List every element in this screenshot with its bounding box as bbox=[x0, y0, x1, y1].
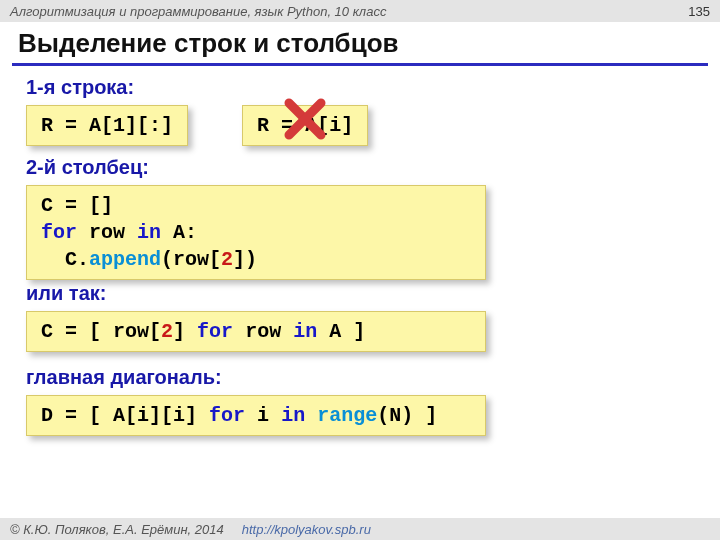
header-bar: Алгоритмизация и программирование, язык … bbox=[0, 0, 720, 22]
section-diag-label: главная диагональ: bbox=[26, 366, 694, 389]
content: 1-я строка: R = A[1][:] R = A[i] 2-й сто… bbox=[0, 76, 720, 436]
footer-bar: © К.Ю. Поляков, Е.А. Ерёмин, 2014 http:/… bbox=[0, 518, 720, 540]
title-underline bbox=[12, 63, 708, 66]
section-col-label: 2-й столбец: bbox=[26, 156, 694, 179]
page-number: 135 bbox=[688, 4, 710, 19]
code-diagonal: D = [ A[i][i] for i in range(N) ] bbox=[26, 395, 486, 436]
course-label: Алгоритмизация и программирование, язык … bbox=[10, 4, 386, 19]
code-row-bad: R = A[i] bbox=[242, 105, 368, 146]
code-row-bad-wrap: R = A[i] bbox=[242, 105, 368, 146]
section-row-label: 1-я строка: bbox=[26, 76, 694, 99]
section-alt-label: или так: bbox=[26, 282, 694, 305]
row-examples: R = A[1][:] R = A[i] bbox=[26, 105, 694, 146]
code-col-comprehension: C = [ row[2] for row in A ] bbox=[26, 311, 486, 352]
code-col-loop: C = [] for row in A: C.append(row[2]) bbox=[26, 185, 486, 280]
footer-link: http://kpolyakov.spb.ru bbox=[242, 522, 371, 537]
page-title: Выделение строк и столбцов bbox=[0, 22, 720, 63]
copyright: © К.Ю. Поляков, Е.А. Ерёмин, 2014 bbox=[10, 522, 224, 537]
code-row-slice: R = A[1][:] bbox=[26, 105, 188, 146]
